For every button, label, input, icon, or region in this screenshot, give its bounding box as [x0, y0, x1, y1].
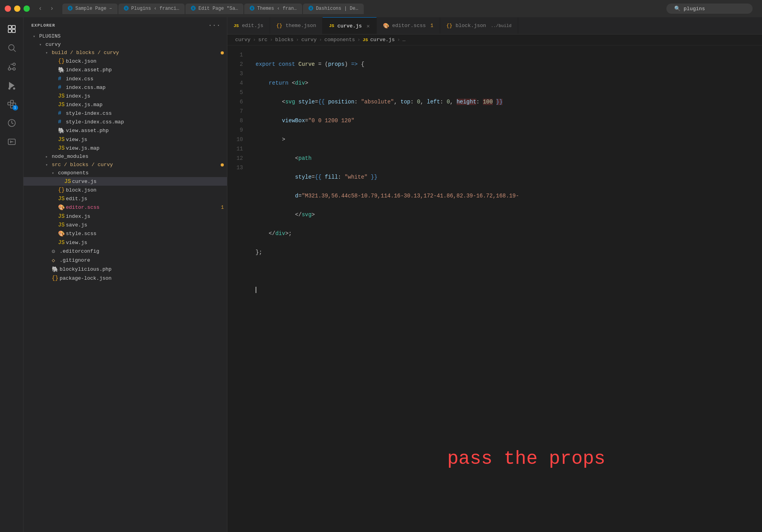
code-line-6: <path [256, 154, 762, 163]
code-editor[interactable]: 1 2 3 4 5 6 7 8 9 10 11 12 13 export con… [227, 45, 762, 532]
sidebar-item-index-asset-php[interactable]: 🐘 index.asset.php [24, 65, 227, 74]
sidebar-actions[interactable]: ··· [208, 22, 221, 29]
index-js-map-label: index.js.map [66, 102, 224, 108]
sidebar-item-src-edit-js[interactable]: JS edit.js [24, 194, 227, 203]
index-js-label: index.js [66, 93, 224, 99]
minimize-button[interactable] [14, 5, 20, 12]
maximize-button[interactable] [24, 5, 30, 12]
sidebar-item-src-editor-scss[interactable]: 🎨 editor.scss 1 [24, 203, 227, 212]
sidebar-item-index-css[interactable]: # index.css [24, 74, 227, 83]
style-index-css-label: style-index.css [66, 110, 224, 116]
breadcrumb-blocks[interactable]: blocks [275, 37, 294, 43]
src-save-js-label: save.js [66, 222, 224, 228]
tab-js-icon-active: JS [329, 24, 334, 28]
breadcrumb-src[interactable]: src [258, 37, 267, 43]
activity-extensions[interactable]: 1 [3, 96, 20, 113]
browser-tab-3[interactable]: 🅦 Themes ‹ fran… [244, 4, 302, 14]
sidebar-item-src[interactable]: ▾ src / blocks / curvy [24, 161, 227, 169]
code-line-11: }; [256, 248, 762, 257]
index-css-map-label: index.css.map [66, 85, 224, 90]
arrow-icon: ▾ [33, 34, 39, 39]
sidebar-item-src-block-json[interactable]: {} block.json [24, 186, 227, 194]
line-num-4: 4 [227, 78, 243, 88]
svg-rect-0 [8, 25, 11, 29]
view-js-icon: JS [58, 136, 66, 143]
sep-6: › [397, 37, 400, 43]
sidebar-item-editorconfig[interactable]: ⚙ .editorconfig [24, 247, 227, 256]
code-line-9: </svg> [256, 210, 762, 219]
sidebar-item-blockylicious-php[interactable]: 🐘 blockylicious.php [24, 265, 227, 274]
arrow-icon: ▾ [39, 42, 45, 47]
package-lock-json-label: package-lock.json [60, 275, 224, 281]
sidebar-item-src-style-scss[interactable]: 🎨 style.scss [24, 229, 227, 238]
activity-run-history[interactable] [3, 114, 20, 132]
address-bar-text: plugins [684, 6, 705, 12]
sidebar-item-index-css-map[interactable]: # index.css.map [24, 83, 227, 92]
editor-scss-badge: 1 [221, 205, 224, 210]
sidebar-item-curvy[interactable]: ▾ curvy [24, 40, 227, 49]
sidebar-item-view-js[interactable]: JS view.js [24, 135, 227, 144]
sidebar-item-style-index-css-map[interactable]: # style-index.css.map [24, 118, 227, 126]
sidebar-item-package-lock-json[interactable]: {} package-lock.json [24, 274, 227, 282]
close-button[interactable] [5, 5, 11, 12]
svg-rect-1 [12, 25, 15, 29]
back-button[interactable]: ‹ [36, 4, 45, 13]
breadcrumb-components[interactable]: components [325, 37, 355, 43]
tab-curve-js[interactable]: JS curve.js ✕ [323, 17, 376, 34]
line-num-12: 12 [227, 154, 243, 163]
sidebar-item-style-index-css[interactable]: # style-index.css [24, 109, 227, 118]
curve-js-icon: JS [64, 178, 72, 185]
tab-theme-json-label: theme.json [285, 23, 316, 29]
src-edit-js-icon: JS [58, 195, 66, 202]
sidebar-item-view-js-map[interactable]: JS view.js.map [24, 144, 227, 152]
svg-rect-16 [11, 100, 13, 103]
browser-tab-2[interactable]: 🅦 Edit Page "Sa… [185, 4, 243, 14]
sidebar-item-src-view-js[interactable]: JS view.js [24, 238, 227, 247]
browser-tab-0[interactable]: 🅦 Sample Page – [62, 4, 118, 14]
nav-buttons[interactable]: ‹ › [36, 4, 56, 13]
src-index-js-icon: JS [58, 213, 66, 219]
editorconfig-icon: ⚙ [52, 248, 60, 255]
browser-tab-4[interactable]: 🅦 Dashicons | De… [303, 4, 364, 14]
code-content[interactable]: export const Curve = (props) => { return… [249, 45, 762, 532]
svg-point-13 [9, 88, 10, 89]
forward-button[interactable]: › [48, 4, 56, 13]
sidebar-item-src-index-js[interactable]: JS index.js [24, 212, 227, 221]
sidebar-item-plugins[interactable]: ▾ PLUGINS [24, 32, 227, 40]
sidebar-item-components[interactable]: ▾ components [24, 169, 227, 177]
activity-explorer[interactable] [3, 20, 20, 38]
sidebar-item-node-modules[interactable]: ▸ node_modules [24, 152, 227, 161]
sidebar-item-src-save-js[interactable]: JS save.js [24, 221, 227, 229]
breadcrumb-ellipsis[interactable]: … [403, 37, 406, 43]
sidebar-item-index-js-map[interactable]: JS index.js.map [24, 100, 227, 109]
breadcrumb-curvy2[interactable]: curvy [301, 37, 317, 43]
sidebar-item-index-js[interactable]: JS index.js [24, 92, 227, 100]
activity-remote[interactable] [3, 133, 20, 150]
sidebar-item-gitignore[interactable]: ◇ .gitignore [24, 256, 227, 265]
style-index-css-map-label: style-index.css.map [66, 119, 224, 125]
browser-tab-1[interactable]: 🅦 Plugins ‹ franci… [118, 4, 185, 14]
tab-theme-json[interactable]: {} theme.json [270, 17, 323, 34]
view-js-label: view.js [66, 137, 224, 143]
sidebar-item-view-asset-php[interactable]: 🐘 view.asset.php [24, 126, 227, 135]
tab-block-json[interactable]: {} block.json ../build [440, 17, 518, 34]
tab-close-button[interactable]: ✕ [366, 23, 370, 29]
line-num-3: 3 [227, 69, 243, 78]
traffic-lights[interactable] [5, 5, 30, 12]
address-bar[interactable]: 🔍 plugins [666, 4, 753, 14]
sidebar-item-build[interactable]: ▾ build / blocks / curvy [24, 49, 227, 57]
sidebar-more-icon[interactable]: ··· [208, 22, 221, 29]
tab-edit-js[interactable]: JS edit.js [227, 17, 270, 34]
activity-source-control[interactable] [3, 58, 20, 75]
line-num-5: 5 [227, 88, 243, 97]
breadcrumb-curve-js[interactable]: curve.js [370, 37, 395, 43]
arrow-icon: ▾ [45, 51, 52, 55]
sidebar-item-block-json[interactable]: {} block.json [24, 57, 227, 65]
activity-run-debug[interactable] [3, 77, 20, 94]
activity-search[interactable] [3, 39, 20, 56]
tab-edit-js-label: edit.js [242, 23, 263, 29]
breadcrumb-curvy[interactable]: curvy [235, 37, 250, 43]
sidebar-item-curve-js[interactable]: JS curve.js [24, 177, 227, 186]
tab-editor-scss[interactable]: 🎨 editor.scss 1 [377, 17, 440, 34]
sep-3: › [296, 37, 299, 43]
